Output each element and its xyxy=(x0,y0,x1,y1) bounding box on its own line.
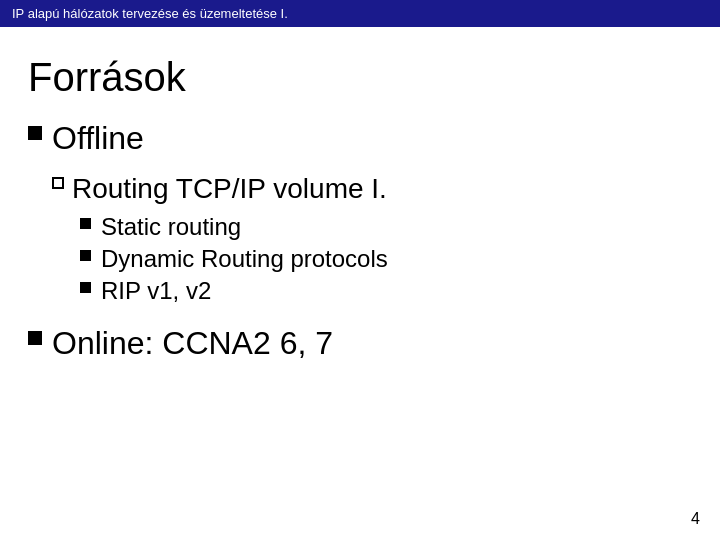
online-label: Online: CCNA2 6, 7 xyxy=(52,325,333,362)
sub-bullet-0 xyxy=(80,218,91,229)
offline-section: Offline xyxy=(28,120,692,157)
header-bar: IP alapú hálózatok tervezése és üzemelte… xyxy=(0,0,720,27)
routing-title-row: Routing TCP/IP volume I. xyxy=(52,173,692,213)
sub-item-0: Static routing xyxy=(80,213,692,241)
sub-bullet-1 xyxy=(80,250,91,261)
online-section: Online: CCNA2 6, 7 xyxy=(28,325,692,362)
main-content: Források Offline Routing TCP/IP volume I… xyxy=(0,27,720,382)
sub-item-text-2: RIP v1, v2 xyxy=(101,277,211,305)
sub-items-list: Static routing Dynamic Routing protocols… xyxy=(80,213,692,305)
sub-item-1: Dynamic Routing protocols xyxy=(80,245,692,273)
open-square-bullet xyxy=(52,177,64,189)
online-bullet xyxy=(28,331,42,345)
sub-bullet-2 xyxy=(80,282,91,293)
offline-label: Offline xyxy=(52,120,144,157)
routing-block: Routing TCP/IP volume I. Static routing … xyxy=(52,173,692,305)
header-title: IP alapú hálózatok tervezése és üzemelte… xyxy=(12,6,288,21)
page-title: Források xyxy=(28,55,692,100)
sub-item-text-0: Static routing xyxy=(101,213,241,241)
offline-bullet xyxy=(28,126,42,140)
sub-item-2: RIP v1, v2 xyxy=(80,277,692,305)
sub-item-text-1: Dynamic Routing protocols xyxy=(101,245,388,273)
page-number: 4 xyxy=(691,510,700,528)
routing-title: Routing TCP/IP volume I. xyxy=(72,173,387,205)
